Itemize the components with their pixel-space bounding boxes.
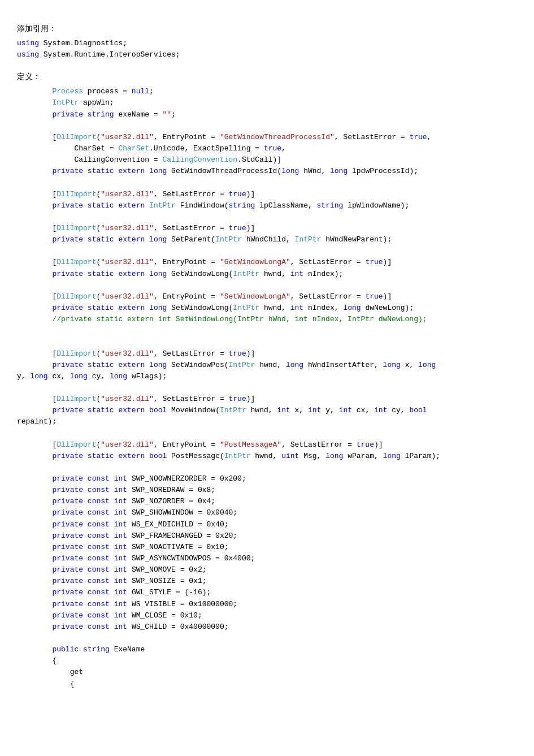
code-body: Process process = null; IntPtr appWin; p… <box>17 86 517 689</box>
using-lines: using System.Diagnostics; using System.R… <box>17 38 517 61</box>
add-reference-section: 添加引用： using System.Diagnostics; using Sy… <box>17 23 517 61</box>
definition-section: 定义： Process process = null; IntPtr appWi… <box>17 71 517 689</box>
add-reference-title: 添加引用： <box>17 23 517 34</box>
page-container: 添加引用： using System.Diagnostics; using Sy… <box>17 23 517 690</box>
definition-title: 定义： <box>17 71 517 83</box>
